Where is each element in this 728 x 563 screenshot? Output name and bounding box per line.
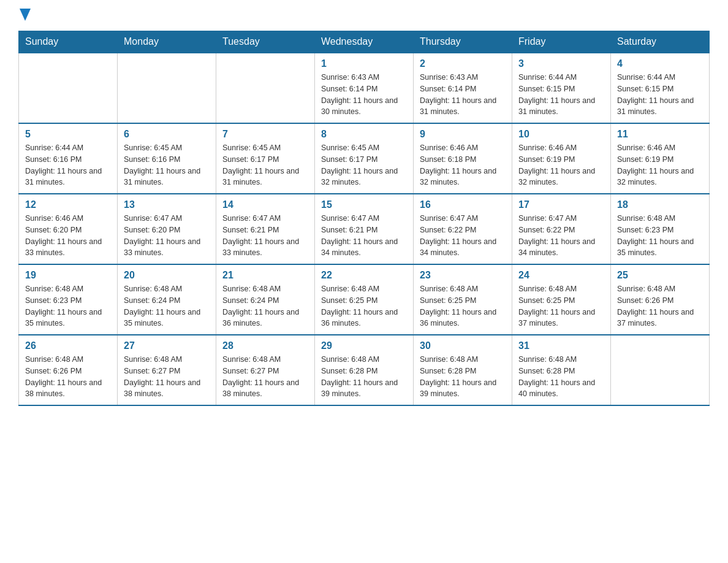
day-info: Sunrise: 6:46 AMSunset: 6:18 PMDaylight:… <box>420 142 506 188</box>
day-number: 19 <box>25 270 111 281</box>
day-of-week-header: Wednesday <box>315 31 414 53</box>
day-number: 7 <box>222 129 308 140</box>
calendar-cell: 27Sunrise: 6:48 AMSunset: 6:27 PMDayligh… <box>118 335 216 405</box>
day-number: 29 <box>321 340 407 351</box>
day-of-week-header: Sunday <box>19 31 118 53</box>
day-info: Sunrise: 6:48 AMSunset: 6:27 PMDaylight:… <box>124 354 210 400</box>
calendar-cell: 18Sunrise: 6:48 AMSunset: 6:23 PMDayligh… <box>611 194 710 264</box>
day-info: Sunrise: 6:48 AMSunset: 6:25 PMDaylight:… <box>420 283 506 329</box>
day-info: Sunrise: 6:48 AMSunset: 6:23 PMDaylight:… <box>25 283 111 329</box>
day-info: Sunrise: 6:45 AMSunset: 6:17 PMDaylight:… <box>321 142 407 188</box>
day-number: 3 <box>518 58 604 69</box>
day-info: Sunrise: 6:48 AMSunset: 6:28 PMDaylight:… <box>321 354 407 400</box>
calendar-cell: 12Sunrise: 6:46 AMSunset: 6:20 PMDayligh… <box>19 194 118 264</box>
day-info: Sunrise: 6:48 AMSunset: 6:26 PMDaylight:… <box>617 283 703 329</box>
day-number: 15 <box>321 199 407 210</box>
day-info: Sunrise: 6:44 AMSunset: 6:15 PMDaylight:… <box>617 72 703 118</box>
day-info: Sunrise: 6:44 AMSunset: 6:16 PMDaylight:… <box>25 142 111 188</box>
day-number: 4 <box>617 58 703 69</box>
calendar-cell: 29Sunrise: 6:48 AMSunset: 6:28 PMDayligh… <box>315 335 414 405</box>
day-info: Sunrise: 6:48 AMSunset: 6:26 PMDaylight:… <box>25 354 111 400</box>
calendar-week-row: 19Sunrise: 6:48 AMSunset: 6:23 PMDayligh… <box>19 264 710 335</box>
calendar-cell: 14Sunrise: 6:47 AMSunset: 6:21 PMDayligh… <box>216 194 315 264</box>
day-of-week-header: Tuesday <box>216 31 315 53</box>
day-number: 5 <box>25 129 111 140</box>
calendar-table: SundayMondayTuesdayWednesdayThursdayFrid… <box>18 31 710 406</box>
day-info: Sunrise: 6:48 AMSunset: 6:28 PMDaylight:… <box>420 354 506 400</box>
day-info: Sunrise: 6:48 AMSunset: 6:27 PMDaylight:… <box>222 354 308 400</box>
day-info: Sunrise: 6:48 AMSunset: 6:24 PMDaylight:… <box>124 283 210 329</box>
calendar-cell: 2Sunrise: 6:43 AMSunset: 6:14 PMDaylight… <box>414 53 512 123</box>
day-info: Sunrise: 6:46 AMSunset: 6:19 PMDaylight:… <box>518 142 604 188</box>
day-number: 31 <box>518 340 604 351</box>
day-of-week-header: Friday <box>512 31 611 53</box>
calendar-cell: 17Sunrise: 6:47 AMSunset: 6:22 PMDayligh… <box>512 194 611 264</box>
calendar-cell <box>118 53 216 123</box>
day-info: Sunrise: 6:45 AMSunset: 6:17 PMDaylight:… <box>222 142 308 188</box>
calendar-cell: 19Sunrise: 6:48 AMSunset: 6:23 PMDayligh… <box>19 264 118 335</box>
day-number: 10 <box>518 129 604 140</box>
day-info: Sunrise: 6:48 AMSunset: 6:25 PMDaylight:… <box>321 283 407 329</box>
day-number: 9 <box>420 129 506 140</box>
day-number: 20 <box>124 270 210 281</box>
calendar-cell <box>216 53 315 123</box>
page-header <box>18 12 710 18</box>
day-info: Sunrise: 6:47 AMSunset: 6:21 PMDaylight:… <box>321 213 407 259</box>
day-info: Sunrise: 6:46 AMSunset: 6:19 PMDaylight:… <box>617 142 703 188</box>
calendar-cell: 28Sunrise: 6:48 AMSunset: 6:27 PMDayligh… <box>216 335 315 405</box>
day-number: 2 <box>420 58 506 69</box>
calendar-cell <box>611 335 710 405</box>
day-number: 26 <box>25 340 111 351</box>
day-number: 16 <box>420 199 506 210</box>
calendar-cell: 10Sunrise: 6:46 AMSunset: 6:19 PMDayligh… <box>512 123 611 194</box>
day-number: 11 <box>617 129 703 140</box>
calendar-cell: 23Sunrise: 6:48 AMSunset: 6:25 PMDayligh… <box>414 264 512 335</box>
calendar-cell <box>19 53 118 123</box>
calendar-cell: 5Sunrise: 6:44 AMSunset: 6:16 PMDaylight… <box>19 123 118 194</box>
day-number: 22 <box>321 270 407 281</box>
day-of-week-header: Saturday <box>611 31 710 53</box>
calendar-cell: 15Sunrise: 6:47 AMSunset: 6:21 PMDayligh… <box>315 194 414 264</box>
day-info: Sunrise: 6:47 AMSunset: 6:21 PMDaylight:… <box>222 213 308 259</box>
calendar-cell: 6Sunrise: 6:45 AMSunset: 6:16 PMDaylight… <box>118 123 216 194</box>
day-number: 13 <box>124 199 210 210</box>
day-number: 24 <box>518 270 604 281</box>
day-info: Sunrise: 6:45 AMSunset: 6:16 PMDaylight:… <box>124 142 210 188</box>
calendar-cell: 25Sunrise: 6:48 AMSunset: 6:26 PMDayligh… <box>611 264 710 335</box>
calendar-cell: 8Sunrise: 6:45 AMSunset: 6:17 PMDaylight… <box>315 123 414 194</box>
day-of-week-header: Monday <box>118 31 216 53</box>
calendar-cell: 13Sunrise: 6:47 AMSunset: 6:20 PMDayligh… <box>118 194 216 264</box>
calendar-cell: 11Sunrise: 6:46 AMSunset: 6:19 PMDayligh… <box>611 123 710 194</box>
day-number: 8 <box>321 129 407 140</box>
day-number: 17 <box>518 199 604 210</box>
calendar-cell: 31Sunrise: 6:48 AMSunset: 6:28 PMDayligh… <box>512 335 611 405</box>
day-number: 30 <box>420 340 506 351</box>
day-info: Sunrise: 6:43 AMSunset: 6:14 PMDaylight:… <box>420 72 506 118</box>
day-info: Sunrise: 6:47 AMSunset: 6:22 PMDaylight:… <box>518 213 604 259</box>
day-info: Sunrise: 6:46 AMSunset: 6:20 PMDaylight:… <box>25 213 111 259</box>
day-info: Sunrise: 6:44 AMSunset: 6:15 PMDaylight:… <box>518 72 604 118</box>
calendar-cell: 3Sunrise: 6:44 AMSunset: 6:15 PMDaylight… <box>512 53 611 123</box>
svg-marker-0 <box>20 9 31 21</box>
day-number: 12 <box>25 199 111 210</box>
calendar-cell: 7Sunrise: 6:45 AMSunset: 6:17 PMDaylight… <box>216 123 315 194</box>
logo-triangle-icon <box>20 9 31 21</box>
calendar-cell: 16Sunrise: 6:47 AMSunset: 6:22 PMDayligh… <box>414 194 512 264</box>
calendar-cell: 1Sunrise: 6:43 AMSunset: 6:14 PMDaylight… <box>315 53 414 123</box>
day-info: Sunrise: 6:43 AMSunset: 6:14 PMDaylight:… <box>321 72 407 118</box>
day-info: Sunrise: 6:47 AMSunset: 6:20 PMDaylight:… <box>124 213 210 259</box>
calendar-week-row: 26Sunrise: 6:48 AMSunset: 6:26 PMDayligh… <box>19 335 710 405</box>
day-number: 14 <box>222 199 308 210</box>
day-number: 25 <box>617 270 703 281</box>
calendar-cell: 20Sunrise: 6:48 AMSunset: 6:24 PMDayligh… <box>118 264 216 335</box>
calendar-week-row: 5Sunrise: 6:44 AMSunset: 6:16 PMDaylight… <box>19 123 710 194</box>
day-info: Sunrise: 6:48 AMSunset: 6:24 PMDaylight:… <box>222 283 308 329</box>
calendar-header-row: SundayMondayTuesdayWednesdayThursdayFrid… <box>19 31 710 53</box>
day-number: 28 <box>222 340 308 351</box>
logo <box>18 12 31 18</box>
day-number: 21 <box>222 270 308 281</box>
calendar-week-row: 12Sunrise: 6:46 AMSunset: 6:20 PMDayligh… <box>19 194 710 264</box>
day-number: 1 <box>321 58 407 69</box>
calendar-cell: 4Sunrise: 6:44 AMSunset: 6:15 PMDaylight… <box>611 53 710 123</box>
calendar-cell: 9Sunrise: 6:46 AMSunset: 6:18 PMDaylight… <box>414 123 512 194</box>
